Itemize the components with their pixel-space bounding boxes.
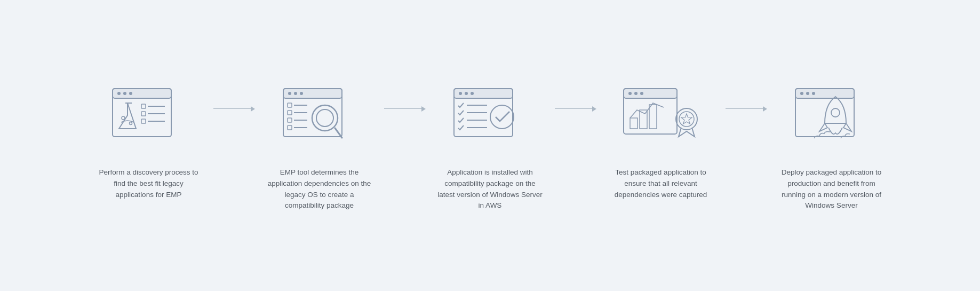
step-5-text: Deploy packaged application to productio… [778, 167, 885, 212]
svg-point-52 [800, 92, 803, 95]
svg-point-4 [129, 92, 132, 95]
svg-point-53 [806, 92, 809, 95]
step-4-text: Test packaged application to ensure that… [608, 167, 714, 201]
svg-point-54 [812, 92, 815, 95]
svg-point-16 [294, 92, 297, 95]
svg-rect-51 [795, 89, 854, 98]
arrow-2 [378, 106, 432, 112]
svg-point-31 [459, 92, 462, 95]
svg-point-15 [288, 92, 291, 95]
arrow-4 [720, 106, 773, 112]
step-3-text: Application is installed with compatibil… [437, 167, 544, 212]
svg-rect-30 [454, 89, 513, 98]
svg-point-42 [634, 92, 638, 95]
step-4: Test packaged application to ensure that… [602, 80, 720, 201]
step-5-icon [789, 80, 874, 154]
svg-point-2 [117, 92, 121, 95]
arrow-3 [549, 106, 602, 112]
svg-point-41 [628, 92, 632, 95]
step-4-icon [618, 80, 704, 154]
step-1-icon [106, 80, 192, 154]
step-5: Deploy packaged application to productio… [773, 80, 890, 212]
svg-point-33 [471, 92, 474, 95]
arrow-1 [208, 106, 261, 112]
step-2-text: EMP tool determines the application depe… [266, 167, 373, 212]
step-3-icon [448, 80, 533, 154]
svg-rect-14 [283, 89, 342, 98]
step-3: Application is installed with compatibil… [432, 80, 549, 212]
svg-point-32 [465, 92, 468, 95]
step-1-text: Perform a discovery process to find the … [95, 167, 202, 201]
step-2: EMP tool determines the application depe… [261, 80, 378, 212]
svg-rect-1 [113, 89, 171, 98]
svg-marker-49 [681, 114, 692, 124]
svg-point-17 [300, 92, 303, 95]
workflow-container: Perform a discovery process to find the … [0, 58, 980, 233]
svg-point-43 [640, 92, 643, 95]
svg-point-3 [123, 92, 126, 95]
step-2-icon [277, 80, 362, 154]
step-1: Perform a discovery process to find the … [90, 80, 208, 201]
